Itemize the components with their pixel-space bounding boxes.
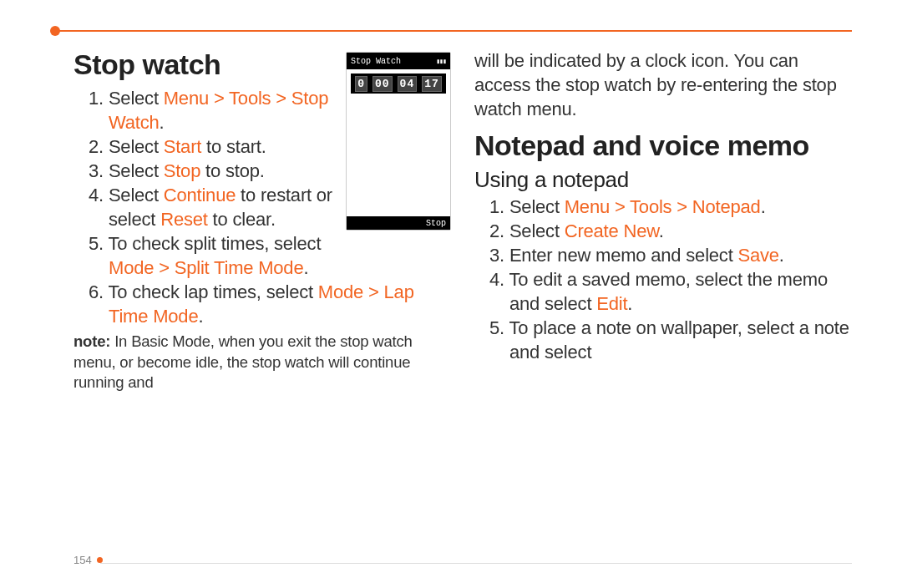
nstep-3: Enter new memo and select Save. <box>489 243 852 267</box>
footer-rule <box>100 563 852 564</box>
timer-h: 0 <box>355 76 367 92</box>
nstep-5: To place a note on wallpaper, select a n… <box>489 316 852 364</box>
phone-softkey-bar: Stop <box>347 216 450 230</box>
header-rule <box>53 30 852 32</box>
step-6: To check lap times, select Mode > Lap Ti… <box>89 280 451 328</box>
step-5: To check split times, select Mode > Spli… <box>89 231 451 280</box>
timer-s: 04 <box>398 76 418 92</box>
nstep-4: To edit a saved memo, select the memo an… <box>489 267 852 316</box>
left-column: Stop Watch ▮▮▮ 0 00 04 17 Stop Stop watc… <box>73 48 451 555</box>
phone-title: Stop Watch <box>351 57 401 66</box>
stopwatch-screenshot: Stop Watch ▮▮▮ 0 00 04 17 Stop <box>346 52 451 231</box>
stopwatch-note: note: In Basic Mode, when you exit the s… <box>73 332 451 393</box>
page-content: Stop Watch ▮▮▮ 0 00 04 17 Stop Stop watc… <box>73 48 852 555</box>
page-footer: 154 <box>73 554 103 566</box>
stopwatch-timer: 0 00 04 17 <box>351 74 446 94</box>
nstep-1: Select Menu > Tools > Notepad. <box>489 195 852 219</box>
subheading-notepad: Using a notepad <box>474 167 852 193</box>
continuation-text: will be indicated by a clock icon. You c… <box>474 48 852 121</box>
right-column: will be indicated by a clock icon. You c… <box>474 48 852 555</box>
footer-dot-icon <box>97 557 103 563</box>
timer-cs: 17 <box>422 76 442 92</box>
phone-softkey: Stop <box>426 219 446 228</box>
section-heading-notepad: Notepad and voice memo <box>474 129 852 162</box>
nstep-2: Select Create New. <box>489 219 852 243</box>
page-number: 154 <box>73 554 92 566</box>
header-dot-icon <box>50 26 60 36</box>
notepad-steps: Select Menu > Tools > Notepad. Select Cr… <box>474 195 852 364</box>
phone-statusbar: Stop Watch ▮▮▮ <box>347 53 450 69</box>
timer-m: 00 <box>372 76 393 92</box>
signal-icon: ▮▮▮ <box>437 58 446 65</box>
note-label: note: <box>73 332 110 350</box>
